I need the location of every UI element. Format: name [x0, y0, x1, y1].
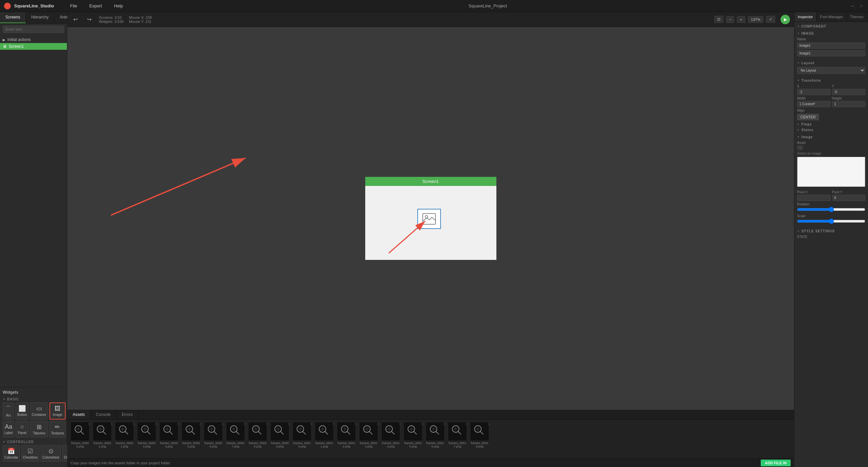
pivot-y-input[interactable] — [832, 195, 866, 201]
checkbox-icon: ☑ — [28, 447, 33, 455]
asset-item[interactable]: ×frames_0000 2.png — [114, 422, 134, 448]
name-input[interactable] — [797, 42, 865, 49]
width-label: Width — [797, 96, 831, 100]
widget-label[interactable]: Aa Label — [3, 421, 14, 437]
y-input[interactable] — [832, 89, 866, 95]
rotation-slider[interactable] — [797, 207, 865, 212]
asset-close-icon[interactable]: × — [466, 422, 467, 426]
tab-font-manager[interactable]: Font Manager — [816, 12, 846, 22]
asset-label: Asset — [797, 141, 865, 145]
search-input[interactable] — [3, 26, 64, 33]
asset-item[interactable]: ×frames_0000 1.png — [92, 422, 112, 448]
asset-close-icon[interactable]: × — [288, 422, 290, 426]
asset-item[interactable]: ×frames_0001 4.png — [381, 422, 401, 448]
widget-checkbox[interactable]: ☑ Checkbox — [21, 445, 39, 462]
expand-button[interactable]: ⤢ — [766, 16, 775, 23]
image-widget-icon — [423, 213, 436, 225]
scale-slider[interactable] — [797, 219, 865, 224]
asset-item[interactable]: ×frames_0000 8.png — [248, 422, 268, 448]
asset-thumbnail — [204, 422, 222, 440]
center-area: ↩ ↪ Screens: 1/10 Widgets: 1/150 Mouse X… — [67, 12, 794, 467]
width-input[interactable] — [797, 101, 831, 107]
asset-item[interactable]: ×frames_0001 2.png — [336, 422, 356, 448]
tab-assets[interactable]: Assets — [67, 410, 90, 419]
asset-item[interactable]: ×frames_0000 4.png — [159, 422, 179, 448]
asset-item[interactable]: ×frames_0000 7.png — [225, 422, 246, 448]
minimize-button[interactable]: — — [850, 3, 855, 9]
widget-textarea[interactable]: ✏ Textarea — [50, 421, 66, 437]
menu-export[interactable]: Export — [87, 2, 104, 10]
tab-themes[interactable]: Themes — [847, 12, 867, 22]
asset-item[interactable]: ×frames_0001 3.png — [359, 422, 379, 448]
asset-close-icon[interactable]: × — [111, 422, 112, 426]
style-settings-title: STYLE SETTINGS — [797, 229, 865, 233]
asset-close-icon[interactable]: × — [266, 422, 268, 426]
asset-item[interactable]: ×frames_0000 0.png — [70, 422, 90, 448]
tab-errors[interactable]: Errors — [116, 410, 138, 419]
asset-close-icon[interactable]: × — [177, 422, 179, 426]
asset-name-label: frames_0001 3.png — [359, 441, 379, 448]
asset-item[interactable]: ×frames_0001 6.png — [425, 422, 445, 448]
asset-close-icon[interactable]: × — [422, 422, 423, 426]
menu-help[interactable]: Help — [111, 2, 126, 10]
asset-close-icon[interactable]: × — [155, 422, 157, 426]
widget-button[interactable]: ⬜ Button — [16, 402, 29, 419]
tree-item-label: Screen1 — [9, 44, 24, 49]
asset-close-icon[interactable]: × — [133, 422, 134, 426]
asset-item[interactable]: ×frames_0001 1.png — [314, 422, 334, 448]
asset-item[interactable]: ×frames_0000 9.png — [270, 422, 290, 448]
asset-item[interactable]: ×frames_0001 7.png — [447, 422, 467, 448]
asset-close-icon[interactable]: × — [310, 422, 312, 426]
tab-inspector[interactable]: Inspector — [794, 12, 816, 22]
pivot-y-group: Pivot Y — [832, 190, 866, 201]
asset-item[interactable]: ×frames_0001 8.png — [469, 422, 490, 448]
tree-item-screen1[interactable]: 🖥 Screen1 — [0, 43, 67, 50]
zoom-in-button[interactable]: + — [737, 16, 745, 23]
asset-item[interactable]: ×frames_0001 5.png — [403, 422, 423, 448]
asset-name-label: frames_0000 8.png — [248, 441, 268, 448]
asset-item[interactable]: ×frames_0000 3.png — [136, 422, 157, 448]
tree-item-initial-actions[interactable]: ▶ Initial actions — [0, 36, 67, 43]
asset-close-icon[interactable]: × — [488, 422, 490, 426]
height-input[interactable] — [832, 101, 866, 107]
asset-item[interactable]: ×frames_0001 0.png — [292, 422, 312, 448]
asset-close-icon[interactable]: × — [377, 422, 379, 426]
asset-close-icon[interactable]: × — [399, 422, 401, 426]
asset-close-icon[interactable]: × — [244, 422, 246, 426]
asset-close-icon[interactable]: × — [199, 422, 201, 426]
widgets-area: Widgets BASIC ⌒ Arc ⬜ Button ▭ Container… — [0, 387, 67, 467]
x-input[interactable] — [797, 89, 831, 95]
widget-image[interactable]: 🖼 Image — [50, 402, 66, 419]
undo-button[interactable]: ↩ — [71, 15, 80, 24]
maximize-button[interactable]: □ — [859, 3, 864, 9]
zoom-out-button[interactable]: − — [726, 16, 734, 23]
canvas-area[interactable]: Screen1 — [67, 27, 794, 410]
tab-console[interactable]: Console — [90, 410, 116, 419]
add-file-button[interactable]: ADD FILE IN — [761, 460, 790, 466]
menu-file[interactable]: File — [67, 2, 80, 10]
widget-container[interactable]: ▭ Container — [30, 402, 48, 419]
image-placeholder-field[interactable] — [797, 50, 865, 57]
tab-hierarchy[interactable]: Hierarchy — [26, 12, 54, 23]
asset-item[interactable]: ×frames_0000 6.png — [203, 422, 223, 448]
pivot-x-input[interactable] — [797, 195, 831, 201]
widget-calendar[interactable]: 📅 Calendar — [3, 445, 20, 462]
asset-close-icon[interactable]: × — [222, 422, 223, 426]
asset-close-icon[interactable]: × — [88, 422, 90, 426]
widget-panel[interactable]: ○ Panel — [16, 421, 29, 437]
asset-close-icon[interactable]: × — [443, 422, 445, 426]
layout-select[interactable]: No Layout — [797, 67, 865, 74]
asset-thumbnail — [71, 422, 89, 440]
asset-close-icon[interactable]: × — [333, 422, 334, 426]
asset-close-icon[interactable]: × — [355, 422, 356, 426]
widget-colorwheel[interactable]: ⊙ Colorwheel — [41, 445, 61, 462]
widget-arc[interactable]: ⌒ Arc — [3, 402, 14, 419]
tab-screens[interactable]: Screens — [0, 12, 26, 23]
image-widget[interactable] — [417, 209, 441, 229]
fit-button[interactable]: ⊡ — [714, 16, 723, 23]
widget-tabview[interactable]: ⊞ Tabview — [30, 421, 48, 437]
redo-button[interactable]: ↪ — [85, 15, 93, 24]
y-field-group: Y — [832, 84, 866, 95]
play-button[interactable]: ▶ — [781, 15, 790, 24]
asset-item[interactable]: ×frames_0000 5.png — [181, 422, 201, 448]
